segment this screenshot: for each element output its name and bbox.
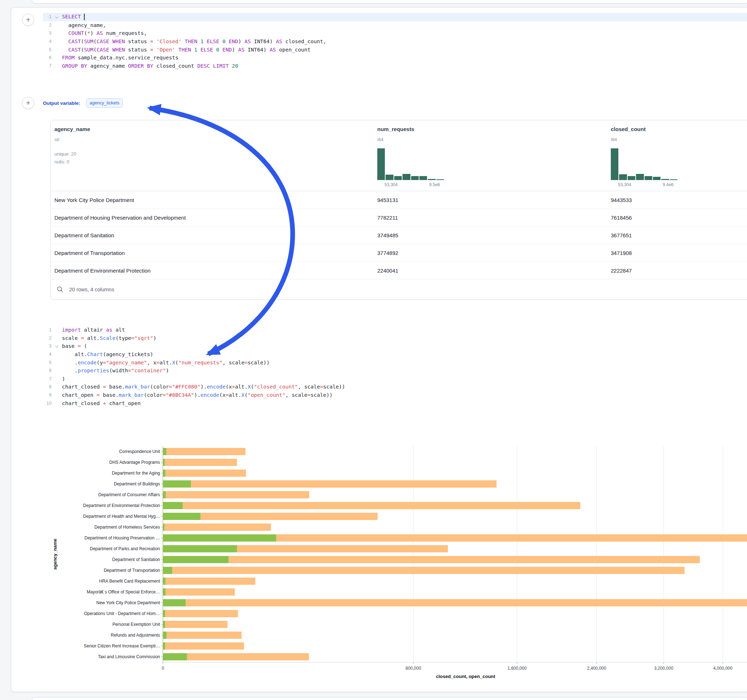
table-row[interactable]: Department of Environmental Protection22… [51, 262, 747, 279]
table-cell: 7618456 [611, 214, 632, 221]
chart-bar-closed_count[interactable] [163, 599, 747, 606]
column-header[interactable]: agency_name [54, 126, 90, 132]
code-tokens: GROUP BY agency_name ORDER BY closed_cou… [62, 63, 238, 69]
code-line[interactable]: 6 .properties(width="container") [43, 367, 747, 375]
y-axis-label: HRA Benefit Card Replacement [99, 579, 160, 584]
fold-chevron-icon[interactable] [51, 345, 62, 347]
code-line[interactable]: 7) [43, 375, 747, 383]
search-icon[interactable] [57, 286, 64, 293]
chart-bar-closed_count[interactable] [163, 643, 244, 650]
chart-bar-open_count[interactable] [163, 599, 186, 606]
code-line[interactable]: 2scale = alt.Scale(type="sqrt") [43, 334, 747, 342]
table-cell: Department of Transportation [54, 250, 125, 256]
chart-bar-closed_count[interactable] [163, 556, 700, 563]
chart-bar-open_count[interactable] [163, 459, 165, 466]
code-line[interactable]: 8chart_closed = base.mark_bar(color="#FF… [43, 383, 747, 391]
chart-bar-closed_count[interactable] [163, 480, 496, 487]
chart-bar-closed_count[interactable] [163, 448, 245, 455]
code-line[interactable]: 4 alt.Chart(agency_tickets) [43, 350, 747, 359]
chart-bar-open_count[interactable] [163, 523, 164, 531]
sql-code-editor[interactable]: 1SELECT 2 agency_name,3 COUNT(*) AS num_… [43, 13, 747, 70]
table-row[interactable]: Department of Transportation377489234719… [51, 244, 747, 262]
chart-bar-open_count[interactable] [163, 534, 276, 542]
y-axis-label: DHS Advantage Programs [109, 460, 160, 465]
chart-bar-open_count[interactable] [163, 653, 187, 661]
table-cell: Department of Sanitation [54, 232, 114, 238]
x-axis-title: closed_count, open_count [436, 674, 496, 679]
y-axis-label: Department of Transportation [104, 568, 160, 573]
chart-bar-open_count[interactable] [163, 480, 191, 487]
chart-bar-closed_count[interactable] [163, 459, 237, 466]
code-line[interactable]: 5 .encode(y="agency_name", x=alt.X("num_… [43, 358, 747, 367]
table-row[interactable]: Department of Housing Preservation and D… [51, 209, 747, 226]
chart-bar-open_count[interactable] [163, 556, 228, 563]
chart-bar-closed_count[interactable] [163, 502, 580, 509]
line-number: 4 [43, 39, 51, 44]
code-line[interactable]: 1SELECT [43, 13, 747, 21]
fold-chevron-icon[interactable] [51, 16, 62, 18]
code-tokens: SELECT [62, 14, 85, 20]
y-axis-title: agency_name [52, 539, 57, 570]
chart-bar-open_count[interactable] [163, 588, 165, 596]
x-tick-label: 0 [162, 666, 164, 671]
code-line[interactable]: 3 COUNT(*) AS num_requests, [43, 29, 747, 38]
python-code-editor[interactable]: 1import altair as alt2scale = alt.Scale(… [43, 326, 747, 407]
chart-bar-closed_count[interactable] [163, 610, 238, 617]
column-type: i64 [377, 137, 383, 142]
text-cursor [84, 14, 85, 20]
chart-bar-open_count[interactable] [163, 621, 165, 628]
code-tokens: CAST(SUM(CASE WHEN status = 'Open' THEN … [62, 47, 311, 53]
table-cell: Department of Environmental Protection [54, 267, 151, 274]
chart-bar-open_count[interactable] [163, 545, 237, 552]
column-histogram [611, 148, 677, 180]
code-tokens: agency_name, [62, 22, 106, 28]
code-line[interactable]: 3base = ( [43, 342, 747, 350]
code-line[interactable]: 5 CAST(SUM(CASE WHEN status = 'Open' THE… [43, 45, 747, 54]
column-header[interactable]: closed_count [611, 126, 646, 132]
y-axis-label: Operations Unit - Department of Hom… [84, 611, 160, 616]
plus-icon: + [26, 100, 30, 107]
line-number: 4 [43, 352, 51, 357]
code-line[interactable]: 4 CAST(SUM(CASE WHEN status = 'Closed' T… [43, 38, 747, 46]
chart-bar-open_count[interactable] [163, 469, 165, 477]
x-tick-label: 4,000,000 [713, 666, 733, 671]
line-number: 8 [43, 384, 51, 389]
bar-chart[interactable]: 0800,0001,600,0002,400,0003,200,0004,000… [43, 441, 747, 686]
chart-bar-open_count[interactable] [163, 513, 200, 520]
x-tick-label: 2,400,000 [587, 666, 606, 671]
chart-bar-closed_count[interactable] [163, 632, 242, 639]
table-cell: 7782211 [377, 214, 398, 221]
chart-bar-open_count[interactable] [163, 567, 172, 574]
code-line[interactable]: 9chart_open = base.mark_bar(color="#8BC3… [43, 391, 747, 399]
chart-bar-open_count[interactable] [163, 610, 165, 617]
code-line[interactable]: 6FROM sample_data.nyc.service_requests [43, 54, 747, 62]
table-row[interactable]: Department of Sanitation37494853677651 [51, 226, 747, 244]
chart-bar-open_count[interactable] [163, 448, 166, 455]
add-cell-button-top[interactable]: + [22, 14, 34, 26]
chart-bar-closed_count[interactable] [163, 567, 685, 574]
chart-bar-closed_count[interactable] [163, 469, 246, 477]
code-line[interactable]: 2 agency_name, [43, 21, 747, 30]
chart-bar-open_count[interactable] [163, 502, 183, 509]
chart-bar-closed_count[interactable] [163, 491, 309, 498]
code-line[interactable]: 7GROUP BY agency_name ORDER BY closed_co… [43, 62, 747, 70]
chart-bar-open_count[interactable] [163, 578, 165, 585]
line-number: 3 [43, 31, 51, 36]
column-header[interactable]: num_requests [377, 126, 414, 132]
code-line[interactable]: 10chart_closed + chart_open [43, 399, 747, 407]
chart-bar-closed_count[interactable] [163, 588, 235, 596]
chart-bar-closed_count[interactable] [163, 578, 256, 585]
column-histogram [377, 148, 444, 180]
chart-bar-closed_count[interactable] [163, 621, 227, 628]
x-tick-label: 3,200,000 [654, 666, 673, 671]
chart-bar-open_count[interactable] [163, 643, 165, 650]
table-cell: 9453131 [377, 197, 398, 203]
chart-bar-open_count[interactable] [163, 491, 166, 498]
chart-bar-open_count[interactable] [163, 632, 166, 639]
add-cell-button-middle[interactable]: + [22, 97, 34, 109]
code-tokens: ) [62, 376, 65, 382]
code-line[interactable]: 1import altair as alt [43, 326, 747, 334]
chart-bar-closed_count[interactable] [163, 523, 271, 531]
table-row[interactable]: New York City Police Department945313194… [51, 191, 747, 209]
output-variable-chip[interactable]: agency_tickets [86, 98, 123, 108]
